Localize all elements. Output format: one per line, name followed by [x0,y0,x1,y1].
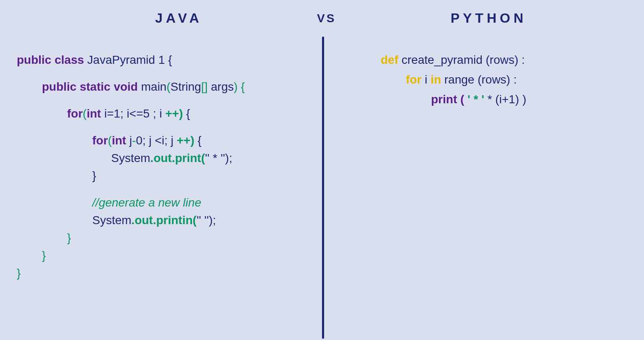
python-code-line: def create_pyramid (rows) : [381,51,610,69]
vs-label: VS [317,12,336,25]
java-code-line: public class JavaPyramid 1 { [17,51,305,69]
python-code-line: print ( ' * ' * (i+1) ) [431,91,610,108]
vertical-divider [322,37,324,339]
java-code-line: } [17,264,305,282]
java-code-line: for(int j-0; j <i; j ++) { [92,132,305,149]
java-code-line: //generate a new line [92,194,305,212]
java-code-line: System.out.print('' * ''); [111,149,305,167]
java-code-line: System.out.printin('' ''); [92,212,305,229]
java-code-line: } [42,247,305,264]
python-code-line: for i in range (rows) : [406,71,610,89]
python-code-panel: def create_pyramid (rows) : for i in ran… [322,39,644,332]
java-code-line: } [92,167,305,185]
python-title: PYTHON [451,10,527,26]
java-code-line: public static void main(String[] args) { [42,78,305,96]
java-code-line: for(int i=1; i<=5 ; i ++) { [67,105,305,123]
java-title: JAVA [155,10,203,26]
java-code-panel: public class JavaPyramid 1 { public stat… [0,39,322,332]
java-code-line: } [67,229,305,247]
